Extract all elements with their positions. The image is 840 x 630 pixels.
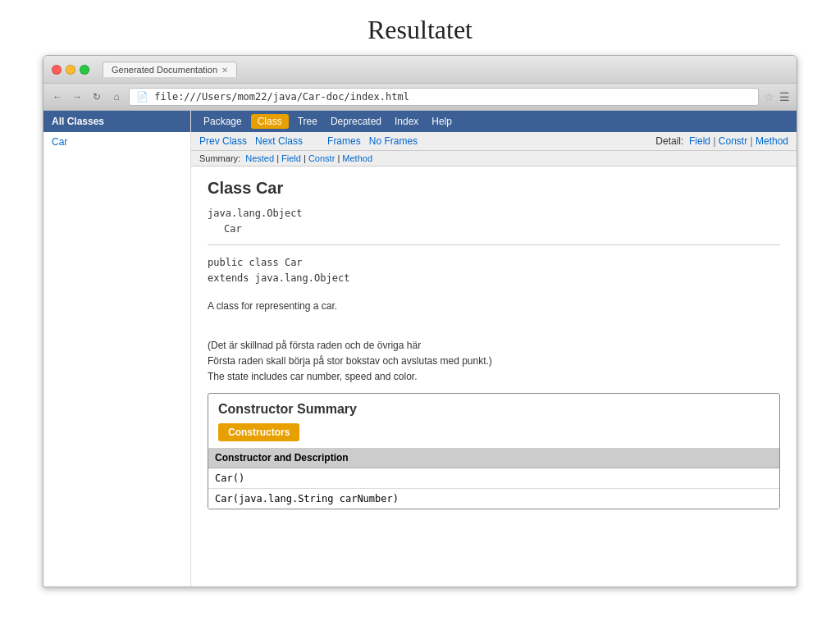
sidebar: All Classes Car	[43, 111, 191, 587]
browser-titlebar: Generated Documentation ✕	[43, 56, 797, 84]
constructor-row-2: Car(java.lang.String carNumber)	[208, 489, 779, 509]
minimize-button[interactable]	[66, 65, 75, 75]
detail-constr[interactable]: Constr	[719, 135, 747, 147]
back-button[interactable]: ←	[50, 89, 65, 104]
summary-label: Summary:	[199, 153, 240, 163]
file-icon: 📄	[136, 91, 148, 103]
browser-window: Generated Documentation ✕ ← → ↻ ⌂ 📄 file…	[43, 55, 797, 587]
javadoc-summary: Summary: Nested | Field | Constr | Metho…	[191, 151, 797, 167]
nav-help[interactable]: Help	[427, 114, 456, 129]
constructors-tab[interactable]: Constructors	[218, 423, 299, 441]
prev-class-link[interactable]: Prev Class	[199, 135, 247, 147]
nav-index[interactable]: Index	[390, 114, 422, 129]
nav-tree[interactable]: Tree	[294, 114, 322, 129]
no-frames-link[interactable]: No Frames	[369, 135, 418, 147]
detail-method[interactable]: Method	[756, 135, 788, 147]
tab-close-icon[interactable]: ✕	[221, 66, 228, 75]
detail-links: Detail: Field | Constr | Method	[655, 135, 788, 147]
page-title: Resultatet	[0, 0, 840, 55]
browser-nav: ← → ↻ ⌂ 📄 file:///Users/mom22/java/Car-d…	[43, 84, 797, 111]
next-class-link[interactable]: Next Class	[255, 135, 303, 147]
nav-class[interactable]: Class	[251, 114, 289, 129]
bookmark-icon[interactable]: ☆	[764, 90, 774, 103]
table-row: Car()	[208, 468, 779, 489]
browser-tab-bar: Generated Documentation ✕	[103, 62, 237, 77]
desc-line2: (Det är skillnad på första raden och de …	[208, 340, 421, 351]
summary-constr[interactable]: Constr	[308, 153, 335, 163]
javadoc-navbar: Package Class Tree Deprecated Index Help	[191, 111, 797, 132]
table-row: Car(java.lang.String carNumber)	[208, 489, 779, 509]
browser-tab[interactable]: Generated Documentation ✕	[103, 62, 237, 77]
class-divider	[208, 244, 780, 245]
tab-title: Generated Documentation	[112, 65, 217, 75]
constructor-table: Constructor and Description Car() Car(ja…	[208, 448, 779, 509]
constructor-table-header: Constructor and Description	[208, 448, 779, 468]
class-description-2: (Det är skillnad på första raden och de …	[208, 338, 780, 386]
constructor-summary-title: Constructor Summary	[208, 394, 779, 423]
nav-deprecated[interactable]: Deprecated	[326, 114, 386, 129]
class-hierarchy-parent: java.lang.Object	[208, 208, 780, 219]
constructor-summary-box: Constructor Summary Constructors Constru…	[208, 393, 780, 509]
menu-icon[interactable]: ☰	[779, 90, 790, 103]
address-bar[interactable]: 📄 file:///Users/mom22/java/Car-doc/index…	[129, 88, 759, 106]
signature-line1: public class Car	[208, 257, 303, 268]
close-button[interactable]	[52, 65, 62, 75]
traffic-lights	[52, 65, 89, 75]
class-signature: public class Car extends java.lang.Objec…	[208, 255, 780, 286]
home-button[interactable]: ⌂	[109, 89, 124, 104]
browser-content: All Classes Car Package Class Tree Depre…	[43, 111, 797, 587]
main-content: Package Class Tree Deprecated Index Help…	[191, 111, 797, 587]
class-title: Class Car	[208, 179, 780, 198]
detail-field[interactable]: Field	[689, 135, 710, 147]
sidebar-item-car[interactable]: Car	[43, 132, 190, 152]
forward-button[interactable]: →	[70, 89, 84, 104]
detail-label: Detail:	[655, 135, 683, 147]
maximize-button[interactable]	[80, 65, 89, 75]
address-text: file:///Users/mom22/java/Car-doc/index.h…	[154, 91, 409, 103]
class-body: Class Car java.lang.Object Car public cl…	[191, 167, 797, 530]
summary-nested[interactable]: Nested	[245, 153, 274, 163]
sidebar-header: All Classes	[43, 111, 190, 132]
constructor-row-1: Car()	[208, 468, 779, 489]
summary-method[interactable]: Method	[342, 153, 372, 163]
class-description-1: A class for representing a car.	[208, 299, 780, 314]
frames-link[interactable]: Frames	[327, 135, 361, 147]
desc-line4: The state includes car number, speed and…	[208, 371, 418, 382]
class-hierarchy-child: Car	[208, 223, 780, 235]
nav-package[interactable]: Package	[199, 114, 246, 129]
desc-line3: Första raden skall börja på stor bokstav…	[208, 355, 492, 367]
reload-button[interactable]: ↻	[89, 89, 104, 104]
summary-field[interactable]: Field	[281, 153, 301, 163]
signature-line2: extends java.lang.Object	[208, 272, 349, 284]
javadoc-subbar: Prev Class Next Class Frames No Frames D…	[191, 132, 797, 151]
